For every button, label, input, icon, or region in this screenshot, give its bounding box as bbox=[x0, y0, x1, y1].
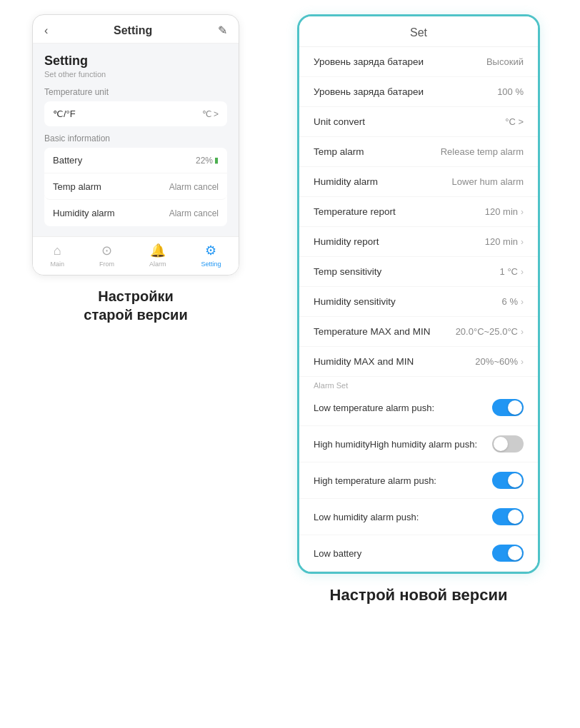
nav-from[interactable]: ⊙ From bbox=[99, 243, 114, 268]
from-icon: ⊙ bbox=[101, 243, 112, 258]
settings-value-7: 1 °C › bbox=[500, 266, 524, 277]
battery-label: Battery bbox=[53, 155, 82, 166]
left-panel: ‹ Setting ✎ Setting Set other function T… bbox=[14, 14, 257, 324]
right-panel: Set Уровень заряда батареи Высокий Урове… bbox=[271, 14, 566, 606]
toggle-switch-2[interactable] bbox=[492, 472, 524, 489]
settings-label-10: Humidity MAX and MIN bbox=[314, 356, 414, 367]
alarm-set-section: Alarm Set bbox=[299, 377, 538, 390]
humidity-alarm-label: Humidity alarm bbox=[53, 208, 115, 218]
toggle-switch-1[interactable] bbox=[492, 435, 524, 453]
settings-row-5[interactable]: Temperature report 120 min › bbox=[299, 197, 538, 227]
settings-value-8: 6 % › bbox=[502, 296, 524, 307]
edit-icon[interactable]: ✎ bbox=[218, 24, 227, 37]
toggle-label-3: Low humidity alarm push: bbox=[314, 512, 419, 522]
setting-icon: ⚙ bbox=[205, 243, 216, 258]
settings-row-3[interactable]: Temp alarm Release temp alarm bbox=[299, 137, 538, 167]
temp-unit-right: ℃ > bbox=[202, 109, 219, 119]
settings-row-0[interactable]: Уровень заряда батареи Высокий bbox=[299, 47, 538, 77]
settings-row-6[interactable]: Humidity report 120 min › bbox=[299, 227, 538, 257]
temp-unit-value: ℃/°F bbox=[53, 108, 76, 119]
nav-main[interactable]: ⌂ Main bbox=[50, 243, 64, 268]
settings-row-7[interactable]: Temp sensitivity 1 °C › bbox=[299, 257, 538, 287]
toggle-switch-4[interactable] bbox=[492, 545, 524, 562]
topbar-title: Setting bbox=[48, 24, 218, 37]
alarm-set-label: Alarm Set bbox=[314, 381, 348, 390]
battery-row[interactable]: Battery 22% ▮ bbox=[44, 148, 227, 173]
settings-value-5: 120 min › bbox=[485, 206, 524, 217]
settings-row-8[interactable]: Humidity sensitivity 6 % › bbox=[299, 287, 538, 317]
phone-topbar: ‹ Setting ✎ bbox=[33, 15, 239, 44]
chevron-6: › bbox=[521, 237, 524, 247]
toggle-switch-3[interactable] bbox=[492, 508, 524, 525]
alarm-icon: 🔔 bbox=[150, 243, 166, 258]
nav-alarm-label: Alarm bbox=[149, 261, 166, 268]
settings-row-2[interactable]: Unit convert °C > bbox=[299, 107, 538, 137]
toggle-knob-0 bbox=[508, 400, 522, 415]
temp-unit-label: Temperature unit bbox=[44, 87, 227, 97]
toggle-knob-1 bbox=[494, 437, 508, 451]
humidity-alarm-row[interactable]: Humidity alarm Alarm cancel bbox=[44, 201, 227, 226]
battery-icon: ▮ bbox=[214, 156, 219, 165]
nav-alarm[interactable]: 🔔 Alarm bbox=[149, 243, 166, 268]
settings-value-2: °C > bbox=[505, 116, 524, 127]
temp-unit-row[interactable]: ℃/°F ℃ > bbox=[44, 101, 227, 126]
basic-info-label: Basic information bbox=[44, 133, 227, 143]
toggle-knob-2 bbox=[508, 473, 522, 487]
settings-row-9[interactable]: Temperature MAX and MIN 20.0°C~25.0°C › bbox=[299, 317, 538, 347]
chevron-5: › bbox=[521, 207, 524, 217]
settings-value-4: Lower hum alarm bbox=[452, 176, 524, 187]
toggle-row-4[interactable]: Low battery bbox=[299, 535, 538, 572]
right-phone-body: Уровень заряда батареи Высокий Уровень з… bbox=[299, 47, 538, 572]
settings-label-6: Humidity report bbox=[314, 236, 379, 247]
nav-setting-label: Setting bbox=[201, 261, 221, 268]
toggle-label-2: High temperature alarm push: bbox=[314, 475, 436, 486]
battery-value: 22% ▮ bbox=[196, 156, 219, 166]
settings-label-0: Уровень заряда батареи bbox=[314, 56, 424, 67]
settings-label-7: Temp sensitivity bbox=[314, 266, 381, 277]
right-caption: Настрой новой версии bbox=[330, 585, 508, 606]
chevron-8: › bbox=[521, 297, 524, 307]
temp-alarm-value: Alarm cancel bbox=[169, 182, 219, 192]
toggle-row-1[interactable]: High humidityHigh humidity alarm push: bbox=[299, 426, 538, 462]
temp-alarm-row[interactable]: Temp alarm Alarm cancel bbox=[44, 174, 227, 200]
main-layout: ‹ Setting ✎ Setting Set other function T… bbox=[14, 14, 566, 606]
toggle-row-3[interactable]: Low humidity alarm push: bbox=[299, 499, 538, 535]
nav-from-label: From bbox=[99, 261, 114, 268]
new-version-phone: Set Уровень заряда батареи Высокий Урове… bbox=[297, 14, 540, 574]
settings-value-6: 120 min › bbox=[485, 236, 524, 247]
toggle-row-0[interactable]: Low temperature alarm push: bbox=[299, 390, 538, 426]
toggle-knob-4 bbox=[508, 546, 522, 560]
toggle-knob-3 bbox=[508, 510, 522, 524]
info-rows-group: Battery 22% ▮ Temp alarm Alarm cancel Hu… bbox=[44, 148, 227, 226]
left-caption: Настройкистарой версии bbox=[84, 287, 187, 324]
nav-setting[interactable]: ⚙ Setting bbox=[201, 243, 221, 268]
nav-main-label: Main bbox=[50, 261, 64, 268]
settings-value-1: 100 % bbox=[497, 86, 524, 97]
chevron-7: › bbox=[521, 267, 524, 277]
phone-content: Setting Set other function Temperature u… bbox=[33, 44, 239, 236]
toggle-switch-0[interactable] bbox=[492, 399, 524, 416]
settings-label-1: Уровень заряда батареи bbox=[314, 86, 424, 97]
toggle-row-2[interactable]: High temperature alarm push: bbox=[299, 462, 538, 499]
settings-label-5: Temperature report bbox=[314, 206, 396, 217]
settings-row-10[interactable]: Humidity MAX and MIN 20%~60% › bbox=[299, 347, 538, 377]
old-version-phone: ‹ Setting ✎ Setting Set other function T… bbox=[32, 14, 239, 275]
temp-alarm-label: Temp alarm bbox=[53, 181, 101, 192]
settings-value-10: 20%~60% › bbox=[475, 356, 524, 367]
settings-label-4: Humidity alarm bbox=[314, 176, 378, 187]
settings-row-4[interactable]: Humidity alarm Lower hum alarm bbox=[299, 167, 538, 197]
settings-label-2: Unit convert bbox=[314, 116, 365, 127]
settings-value-9: 20.0°C~25.0°C › bbox=[456, 326, 524, 337]
setting-subheading: Set other function bbox=[44, 70, 227, 79]
settings-label-9: Temperature MAX and MIN bbox=[314, 326, 431, 337]
toggle-label-0: Low temperature alarm push: bbox=[314, 403, 434, 413]
settings-value-3: Release temp alarm bbox=[441, 146, 524, 157]
settings-row-1[interactable]: Уровень заряда батареи 100 % bbox=[299, 77, 538, 107]
home-icon: ⌂ bbox=[54, 243, 61, 258]
toggle-label-1: High humidityHigh humidity alarm push: bbox=[314, 439, 477, 450]
chevron-9: › bbox=[521, 327, 524, 337]
bottom-nav: ⌂ Main ⊙ From 🔔 Alarm ⚙ Setting bbox=[33, 236, 239, 275]
right-phone-header: Set bbox=[299, 16, 538, 47]
settings-label-8: Humidity sensitivity bbox=[314, 296, 396, 307]
humidity-alarm-value: Alarm cancel bbox=[169, 208, 219, 218]
